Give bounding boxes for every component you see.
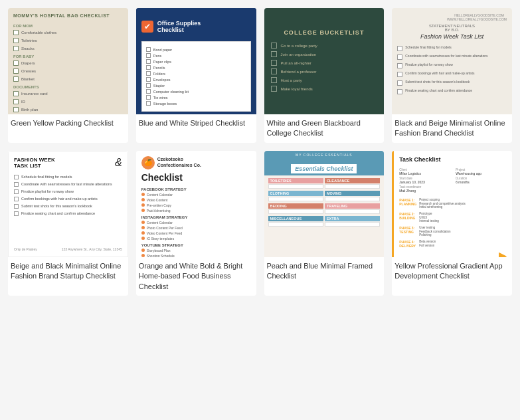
thumbnail-4: HELLOREALLYGOODSITE.COM WWW.HELLOREALLYG… xyxy=(392,8,512,114)
card-orange-food-business[interactable]: 🍊 CzekotsokoConfectionaires Co. Checklis… xyxy=(136,151,256,296)
card-2-label: Blue and White Striped Checklist xyxy=(136,114,256,132)
thumbnail-5: FASHION WEEKTASK LIST & Schedule final f… xyxy=(8,151,128,257)
t1-header: MOMMY'S HOSPITAL BAG CHECKLIST xyxy=(13,13,123,18)
card-black-beige-minimalist[interactable]: HELLOREALLYGOODSITE.COM WWW.HELLOREALLYG… xyxy=(392,8,512,143)
thumbnail-1: MOMMY'S HOSPITAL BAG CHECKLIST FOR MOM C… xyxy=(8,8,128,114)
t2-checkmark-icon: ✔ xyxy=(141,21,153,33)
t6-logo-icon: 🍊 xyxy=(141,156,155,169)
t8-title: Task Checklist xyxy=(399,156,507,163)
card-7-label: Peach and Blue Minimal Framed Checklist xyxy=(264,257,385,286)
card-green-yellow-packing[interactable]: MOMMY'S HOSPITAL BAG CHECKLIST FOR MOM C… xyxy=(8,8,128,143)
card-yellow-app-dev[interactable]: Task Checklist Client Milan Logistics St… xyxy=(392,151,512,296)
t4-title: Fashion Week Task List xyxy=(397,33,507,40)
card-5-label: Beige and Black Minimalist Online Fashio… xyxy=(8,257,128,286)
t3-title: COLLEGE BUCKETLIST xyxy=(284,29,364,36)
t8-arrow-icon: ▶ xyxy=(399,249,507,257)
card-6-label: Orange and White Bold & Bright Home-base… xyxy=(136,257,256,296)
card-8-label: Yellow Professional Gradient App Develop… xyxy=(392,257,512,286)
card-3-label: White and Green Blackboard College Check… xyxy=(264,114,385,143)
thumbnail-7: MY COLLEGE ESSENTIALS Essentials Checkli… xyxy=(264,151,385,257)
thumbnail-2: ✔ Office Supplies Checklist Bond paper P… xyxy=(136,8,256,114)
thumbnail-3: COLLEGE BUCKETLIST Go to a college party… xyxy=(264,8,385,114)
template-grid: MOMMY'S HOSPITAL BAG CHECKLIST FOR MOM C… xyxy=(8,8,512,296)
card-blackboard-college[interactable]: COLLEGE BUCKETLIST Go to a college party… xyxy=(264,8,385,143)
card-fashion-startup[interactable]: FASHION WEEKTASK LIST & Schedule final f… xyxy=(8,151,128,296)
thumbnail-8: Task Checklist Client Milan Logistics St… xyxy=(392,151,512,257)
card-peach-blue-framed[interactable]: MY COLLEGE ESSENTIALS Essentials Checkli… xyxy=(264,151,385,296)
card-blue-white-striped[interactable]: ✔ Office Supplies Checklist Bond paper P… xyxy=(136,8,256,143)
thumbnail-6: 🍊 CzekotsokoConfectionaires Co. Checklis… xyxy=(136,151,256,257)
card-1-label: Green Yellow Packing Checklist xyxy=(8,114,128,132)
card-4-label: Black and Beige Minimalist Online Fashio… xyxy=(392,114,512,143)
